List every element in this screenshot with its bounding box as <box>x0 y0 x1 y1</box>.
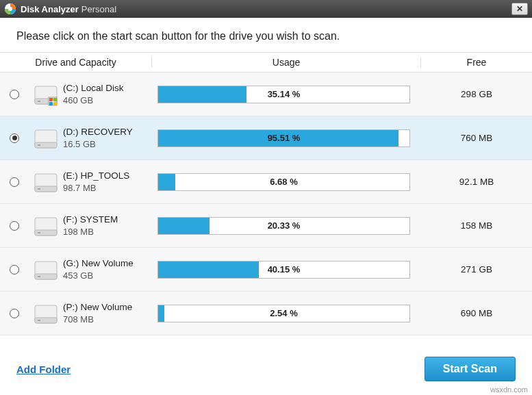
add-folder-link[interactable]: Add Folder <box>16 364 71 375</box>
radio-icon <box>10 265 19 275</box>
drive-row[interactable]: (C:) Local Disk 460 GB 35.14 % 298 GB <box>0 73 532 116</box>
svg-rect-9 <box>53 102 57 105</box>
usage-cell: 6.68 % <box>152 173 421 191</box>
usage-cell: 95.51 % <box>152 129 421 147</box>
close-button[interactable]: ✕ <box>511 3 528 15</box>
svg-rect-12 <box>38 144 40 146</box>
radio-icon <box>10 221 19 231</box>
free-space: 760 MB <box>421 133 532 143</box>
svg-rect-24 <box>38 320 40 321</box>
drive-radio-cell[interactable] <box>0 309 29 318</box>
drive-name: (P:) New Volume <box>63 302 152 312</box>
app-logo-icon <box>4 3 16 15</box>
usage-cell: 40.15 % <box>152 261 421 279</box>
radio-icon <box>10 133 19 143</box>
usage-label: 6.68 % <box>158 174 409 190</box>
drive-row[interactable]: (F:) SYSTEM 198 MB 20.33 % 158 MB <box>0 204 532 248</box>
usage-cell: 20.33 % <box>152 217 421 235</box>
drive-icon <box>29 168 63 196</box>
drive-icon <box>29 81 63 108</box>
drive-capacity: 453 GB <box>63 270 152 281</box>
drive-capacity: 708 MB <box>63 314 152 324</box>
drive-info: (P:) New Volume 708 MB <box>63 302 152 324</box>
svg-rect-7 <box>53 98 57 101</box>
drive-row[interactable]: (D:) RECOVERY 16.5 GB 95.51 % 760 MB <box>0 116 532 160</box>
radio-icon <box>10 309 19 318</box>
free-space: 690 MB <box>421 308 532 318</box>
drive-icon <box>29 300 63 327</box>
drive-icon <box>29 256 63 283</box>
titlebar: Disk Analyzer Personal ✕ <box>0 0 532 18</box>
radio-icon <box>10 177 19 187</box>
svg-rect-8 <box>49 102 53 105</box>
drive-info: (C:) Local Disk 460 GB <box>63 83 152 105</box>
drive-name: (G:) New Volume <box>63 258 152 268</box>
drive-radio-cell[interactable] <box>0 221 29 231</box>
drive-name: (D:) RECOVERY <box>63 127 152 137</box>
drive-name: (C:) Local Disk <box>63 83 152 93</box>
column-header-drive: Drive and Capacity <box>0 57 152 68</box>
drive-radio-cell[interactable] <box>0 133 29 143</box>
drive-info: (G:) New Volume 453 GB <box>63 258 152 281</box>
drive-name: (E:) HP_TOOLS <box>63 170 152 181</box>
drive-row[interactable]: (P:) New Volume 708 MB 2.54 % 690 MB <box>0 292 532 335</box>
usage-bar: 40.15 % <box>157 261 410 279</box>
drive-icon <box>29 125 63 152</box>
usage-bar: 95.51 % <box>157 129 410 147</box>
free-space: 92.1 MB <box>421 177 532 187</box>
free-space: 271 GB <box>421 264 532 275</box>
footer: Add Folder Start Scan <box>0 357 532 381</box>
radio-icon <box>10 90 19 99</box>
free-space: 298 GB <box>421 89 532 99</box>
usage-cell: 2.54 % <box>152 305 421 322</box>
usage-bar: 6.68 % <box>157 173 410 191</box>
svg-rect-15 <box>38 188 40 190</box>
usage-label: 35.14 % <box>158 86 409 103</box>
drive-list: (C:) Local Disk 460 GB 35.14 % 298 GB (D… <box>0 73 532 335</box>
drive-capacity: 198 MB <box>63 227 152 237</box>
usage-label: 2.54 % <box>158 305 409 322</box>
column-header-usage: Usage <box>152 57 421 68</box>
column-header-free: Free <box>421 57 532 68</box>
usage-bar: 20.33 % <box>157 217 410 235</box>
close-icon: ✕ <box>516 4 523 14</box>
drive-capacity: 98.7 MB <box>63 183 152 193</box>
drive-radio-cell[interactable] <box>0 177 29 187</box>
usage-label: 40.15 % <box>158 262 409 278</box>
drive-info: (F:) SYSTEM 198 MB <box>63 214 152 237</box>
drive-radio-cell[interactable] <box>0 265 29 275</box>
svg-rect-18 <box>38 232 40 233</box>
drive-name: (F:) SYSTEM <box>63 214 152 225</box>
drive-radio-cell[interactable] <box>0 90 29 99</box>
usage-label: 95.51 % <box>158 130 409 146</box>
usage-bar: 35.14 % <box>157 86 410 103</box>
usage-label: 20.33 % <box>158 218 409 234</box>
svg-rect-6 <box>49 98 53 101</box>
usage-cell: 35.14 % <box>152 86 421 103</box>
svg-point-1 <box>8 7 12 11</box>
drive-info: (E:) HP_TOOLS 98.7 MB <box>63 170 152 193</box>
drive-capacity: 16.5 GB <box>63 139 152 149</box>
watermark: wsxdn.com <box>490 385 528 394</box>
drive-capacity: 460 GB <box>63 95 152 105</box>
instruction-text: Please click on the start scan button fo… <box>0 18 532 52</box>
svg-rect-21 <box>38 276 40 277</box>
drive-info: (D:) RECOVERY 16.5 GB <box>63 127 152 149</box>
column-header-row: Drive and Capacity Usage Free <box>0 52 532 73</box>
drive-row[interactable]: (G:) New Volume 453 GB 40.15 % 271 GB <box>0 248 532 292</box>
usage-bar: 2.54 % <box>157 305 410 322</box>
svg-rect-4 <box>38 101 40 102</box>
start-scan-button[interactable]: Start Scan <box>425 357 516 381</box>
free-space: 158 MB <box>421 220 532 231</box>
app-title: Disk Analyzer <box>21 4 79 14</box>
app-subtitle: Personal <box>81 4 116 14</box>
drive-row[interactable]: (E:) HP_TOOLS 98.7 MB 6.68 % 92.1 MB <box>0 160 532 204</box>
drive-icon <box>29 212 63 240</box>
